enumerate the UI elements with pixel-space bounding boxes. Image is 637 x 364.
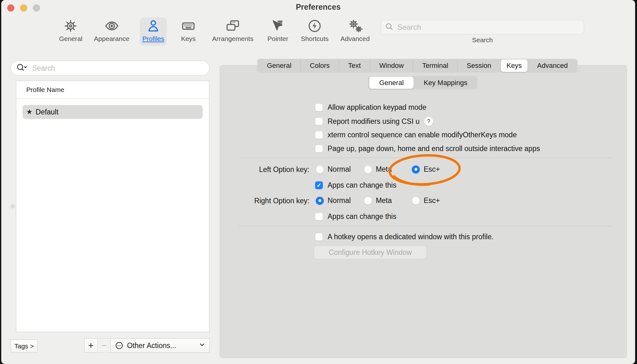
checkbox-row: Page up, page down, home and end scroll … [315, 144, 540, 153]
section-divider [238, 158, 612, 158]
tags-button[interactable]: Tags > [11, 340, 38, 353]
profile-list: Profile Name ★ Default [16, 81, 209, 332]
add-profile-button[interactable]: + [84, 338, 98, 353]
radio-label: Esc+ [424, 165, 440, 174]
star-icon: ★ [26, 108, 33, 116]
toolbar-label: Pointer [268, 35, 288, 43]
radio-label: Esc+ [424, 196, 440, 205]
checkbox-row: xterm control sequence can enable modify… [315, 131, 517, 139]
checkbox-scroll-outside[interactable] [315, 145, 323, 153]
preferences-window: Preferences General Appearance Profiles [1, 0, 635, 364]
toolbar-item-shortcuts[interactable]: Shortcuts [301, 18, 329, 46]
left-option-radio-group: Normal Meta Esc+ [316, 165, 440, 174]
section-divider [238, 226, 612, 226]
toolbar-label: Keys [181, 35, 196, 43]
ellipsis-circle-icon [115, 341, 124, 350]
toolbar-search-label: Search [381, 36, 584, 44]
toolbar-item-appearance[interactable]: Appearance [94, 18, 129, 46]
tab-general[interactable]: General [258, 59, 300, 72]
tab-advanced[interactable]: Advanced [528, 59, 577, 72]
checkbox-label: Apps can change this [328, 181, 396, 190]
tab-terminal[interactable]: Terminal [413, 59, 457, 72]
checkbox-row: Apps can change this [315, 212, 396, 221]
toolbar-search-input[interactable] [397, 23, 580, 32]
profile-name: Default [36, 108, 59, 116]
other-actions-dropdown[interactable]: Other Actions... [110, 338, 210, 353]
toolbar-item-general[interactable]: General [59, 18, 83, 46]
subtab-general[interactable]: General [369, 77, 414, 89]
toolbar-label: Appearance [94, 35, 129, 43]
eye-icon [104, 18, 120, 34]
radio-left-esc[interactable]: Esc+ [412, 165, 440, 174]
search-icon [385, 22, 394, 32]
subtab-key-mappings[interactable]: Key Mappings [414, 77, 476, 89]
profile-tab-bar: General Colors Text Window Terminal Sess… [257, 59, 578, 73]
radio-circle[interactable] [316, 165, 324, 174]
toolbar-item-profiles[interactable]: Profiles [140, 18, 167, 46]
window-title: Preferences [1, 3, 635, 12]
toolbar-label: Advanced [340, 35, 369, 43]
profile-row-default[interactable]: ★ Default [23, 105, 203, 119]
person-icon [146, 18, 161, 34]
checkbox-row: Report modifiers using CSI u ? [315, 117, 433, 126]
tab-window[interactable]: Window [370, 59, 413, 72]
checkbox-keypad-mode[interactable] [315, 104, 323, 111]
radio-circle[interactable] [364, 165, 372, 174]
gear-icon [64, 18, 78, 34]
chevron-down-icon [199, 341, 206, 350]
toolbar-label: Shortcuts [301, 35, 329, 43]
radio-label: Normal [328, 196, 351, 205]
checkbox-modifyotherkeys[interactable] [315, 131, 323, 139]
toolbar-item-arrangements[interactable]: Arrangements [212, 18, 253, 46]
radio-label: Meta [376, 165, 392, 174]
checkbox-label: Allow application keypad mode [328, 103, 426, 112]
tab-colors[interactable]: Colors [300, 59, 339, 72]
radio-circle[interactable] [412, 165, 420, 174]
toolbar-label: Arrangements [212, 35, 253, 43]
cursor-icon [271, 18, 285, 34]
radio-right-normal[interactable]: Normal [316, 196, 351, 205]
left-option-key-label: Left Option key: [220, 165, 309, 174]
profile-search-field[interactable] [11, 61, 210, 76]
radio-circle[interactable] [412, 197, 420, 205]
radio-left-meta[interactable]: Meta [364, 165, 392, 174]
other-actions-label: Other Actions... [127, 341, 176, 350]
right-option-key-label: Right Option key: [220, 197, 309, 205]
checkbox-row: Allow application keypad mode [315, 103, 426, 112]
tab-keys[interactable]: Keys [501, 59, 527, 72]
toolbar-item-pointer[interactable]: Pointer [268, 18, 288, 46]
checkbox-csi-u[interactable] [315, 118, 323, 125]
checkbox-label: xterm control sequence can enable modify… [328, 131, 517, 139]
profile-search-input[interactable] [32, 64, 204, 73]
right-option-radio-group: Normal Meta Esc+ [316, 196, 440, 205]
toolbar-label: Profiles [142, 35, 164, 43]
radio-label: Meta [376, 196, 392, 205]
profile-list-header: Profile Name [16, 81, 209, 99]
checkbox-label: Apps can change this [328, 212, 396, 221]
help-button[interactable]: ? [424, 117, 433, 126]
radio-circle[interactable] [364, 197, 372, 205]
radio-right-meta[interactable]: Meta [364, 196, 392, 205]
configure-hotkey-window-button: Configure Hotkey Window [314, 246, 426, 259]
checkbox-row: Apps can change this [315, 181, 396, 190]
toolbar-item-keys[interactable]: Keys [180, 18, 196, 46]
bolt-circle-icon [308, 18, 322, 34]
search-menu-icon[interactable] [16, 63, 28, 73]
splitter-handle[interactable] [10, 204, 15, 209]
double-gear-icon [348, 18, 363, 34]
tab-text[interactable]: Text [339, 59, 370, 72]
checkbox-right-apps-can-change[interactable] [315, 213, 323, 220]
checkbox-left-apps-can-change[interactable] [315, 181, 323, 189]
radio-right-esc[interactable]: Esc+ [412, 196, 440, 205]
toolbar-item-advanced[interactable]: Advanced [340, 18, 369, 46]
radio-circle[interactable] [316, 197, 324, 205]
toolbar-label: General [59, 35, 83, 43]
toolbar-search-field[interactable] [381, 20, 584, 34]
radio-label: Normal [328, 165, 351, 174]
tab-session[interactable]: Session [457, 59, 500, 72]
remove-profile-button: − [97, 338, 111, 353]
radio-left-normal[interactable]: Normal [316, 165, 351, 174]
checkbox-hotkey-window[interactable] [315, 233, 323, 241]
checkbox-label: A hotkey opens a dedicated window with t… [328, 233, 494, 241]
checkbox-label: Page up, page down, home and end scroll … [328, 144, 540, 153]
